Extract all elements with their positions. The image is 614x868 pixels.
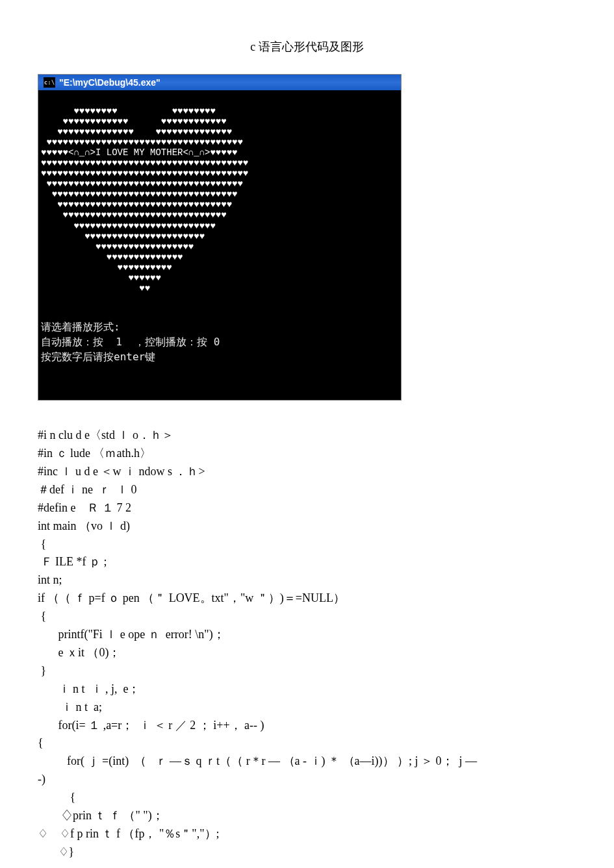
source-code: #i n clu d e〈std ｌ o．ｈ＞ #in ｃ lude 〈ｍath… [38, 427, 570, 861]
cmd-icon: c:\ [44, 77, 55, 88]
prompt-line-3: 按完数字后请按enter键 [41, 351, 155, 363]
console-window: c:\ "E:\myC\Debug\45.exe" ♥♥♥♥♥♥♥♥ ♥♥♥♥♥… [38, 74, 402, 401]
heart-ascii-art: ♥♥♥♥♥♥♥♥ ♥♥♥♥♥♥♥♥ ♥♥♥♥♥♥♥♥♥♥♥♥ ♥♥♥♥♥♥♥♥♥… [41, 106, 398, 294]
prompt-line-2: 自动播放：按 1 ，控制播放：按 0 [41, 336, 220, 348]
prompt-line-1: 请选着播放形式: [41, 321, 120, 333]
window-title-path: "E:\myC\Debug\45.exe" [59, 77, 160, 88]
page-title: c 语言心形代码及图形 [0, 39, 614, 55]
console-prompt: 请选着播放形式: 自动播放：按 1 ，控制播放：按 0 按完数字后请按enter… [41, 319, 398, 365]
console-output: ♥♥♥♥♥♥♥♥ ♥♥♥♥♥♥♥♥ ♥♥♥♥♥♥♥♥♥♥♥♥ ♥♥♥♥♥♥♥♥♥… [38, 90, 401, 400]
window-title-bar: c:\ "E:\myC\Debug\45.exe" [38, 75, 401, 90]
